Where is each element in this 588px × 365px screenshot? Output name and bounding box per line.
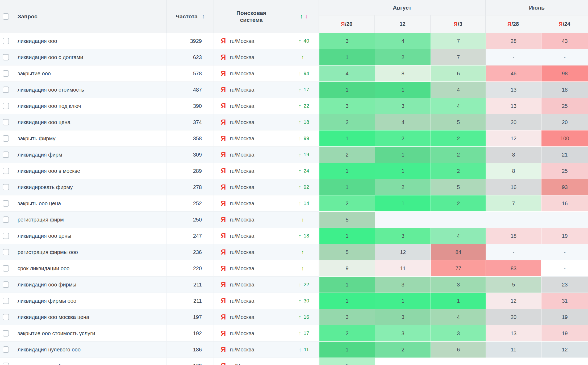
checkbox-cell [0, 342, 12, 358]
frequency-value: 211 [193, 282, 202, 288]
row-checkbox[interactable] [3, 281, 9, 288]
query-cell[interactable]: ликвидация фирм [12, 147, 167, 163]
search-engine-cell: Я ru/Москва [214, 163, 289, 179]
row-checkbox[interactable] [3, 265, 9, 272]
row-checkbox[interactable] [3, 135, 9, 142]
frequency-cell: 578 [167, 65, 214, 82]
change-cell: ↑ 22 [289, 98, 319, 114]
column-header-change[interactable]: ↑ ↓ [289, 0, 319, 33]
query-cell[interactable]: ликвидация ооо [12, 33, 167, 49]
position-cell: 98 [541, 65, 588, 82]
yandex-icon: Я [221, 135, 226, 142]
date-column-header[interactable]: Я/28 [486, 15, 541, 33]
engine-region-label: ru/Москва [230, 282, 254, 288]
row-checkbox[interactable] [3, 103, 9, 109]
query-cell[interactable]: ликвидация ооо под ключ [12, 98, 167, 114]
query-cell[interactable]: регистрация фирмы ооо [12, 244, 167, 260]
query-text: ликвидировать фирму [18, 184, 73, 190]
query-cell[interactable]: закрыть ооо цена [12, 195, 167, 212]
query-text: закрытие ооо стоимость услуги [18, 330, 95, 337]
frequency-value: 220 [193, 265, 202, 272]
frequency-cell: 309 [167, 147, 214, 163]
up-arrow-icon[interactable]: ↑ [300, 13, 303, 20]
column-header-search-engine[interactable]: Поисковая система [214, 0, 289, 33]
change-cell: ↑ 11 [289, 342, 319, 358]
position-cell: 3 [431, 325, 486, 342]
frequency-value: 3929 [190, 38, 202, 44]
change-cell: ↑ [289, 244, 319, 260]
frequency-cell: 250 [167, 212, 214, 228]
search-engine-cell: Я ru/Москва [214, 277, 289, 293]
change-cell: ↑ 40 [289, 33, 319, 49]
change-value: 16 [303, 314, 309, 320]
position-cell: 19 [541, 309, 588, 325]
checkbox-cell [0, 195, 12, 212]
row-checkbox[interactable] [3, 200, 9, 207]
row-checkbox[interactable] [3, 70, 9, 77]
search-engine-header-label: Поисковая система [227, 10, 275, 23]
position-cell: 12 [375, 244, 431, 260]
position-cell: 4 [375, 33, 431, 49]
row-checkbox[interactable] [3, 363, 9, 365]
row-checkbox[interactable] [3, 216, 9, 223]
query-cell[interactable]: ликвидация ооо с долгами [12, 49, 167, 65]
date-column-header[interactable]: Я/3 [431, 15, 486, 33]
date-column-header[interactable]: 12 [375, 15, 431, 33]
row-checkbox[interactable] [3, 87, 9, 93]
row-checkbox[interactable] [3, 314, 9, 320]
query-cell[interactable]: ликвидация ооо москва цена [12, 309, 167, 325]
column-header-frequency[interactable]: Частота ↑ [167, 0, 214, 33]
down-arrow-icon[interactable]: ↓ [305, 13, 308, 20]
row-checkbox[interactable] [3, 346, 9, 353]
row-checkbox[interactable] [3, 330, 9, 337]
column-header-query[interactable]: Запрос [12, 0, 167, 33]
frequency-value: 162 [193, 363, 202, 365]
change-up-arrow-icon: ↑ [298, 38, 301, 44]
query-cell[interactable]: ликвидация ооо бесплатно [12, 358, 167, 365]
change-up-arrow-icon: ↑ [298, 314, 301, 320]
search-engine-cell: Я ru/Москва [214, 33, 289, 49]
row-checkbox[interactable] [3, 249, 9, 255]
query-cell[interactable]: ликвидация ооо фирмы [12, 277, 167, 293]
query-cell[interactable]: ликвидация нулевого ооо [12, 342, 167, 358]
query-cell[interactable]: ликвидация ооо цена [12, 114, 167, 130]
row-checkbox[interactable] [3, 151, 9, 158]
search-engine-cell: Я ru/Москва [214, 98, 289, 114]
change-cell: ↑ [289, 212, 319, 228]
row-checkbox[interactable] [3, 298, 9, 304]
query-cell[interactable]: регистрация фирм [12, 212, 167, 228]
engine-region-label: ru/Москва [230, 168, 254, 174]
query-cell[interactable]: ликвидировать фирму [12, 179, 167, 195]
row-checkbox[interactable] [3, 233, 9, 239]
select-all-checkbox[interactable] [3, 13, 9, 20]
query-cell[interactable]: ликвидация ооо стоимость [12, 82, 167, 98]
query-cell[interactable]: закрыть фирму [12, 130, 167, 147]
query-cell[interactable]: закрытие ооо [12, 65, 167, 82]
search-engine-cell: Я ru/Москва [214, 293, 289, 309]
position-cell: - [541, 244, 588, 260]
position-cell: 3 [375, 228, 431, 244]
search-engine-cell: Я ru/Москва [214, 212, 289, 228]
frequency-value: 309 [193, 152, 202, 158]
table-row: закрыть ооо цена 252 Я ru/Москва ↑ 14 21… [0, 195, 588, 212]
change-cell: ↑ 99 [289, 130, 319, 147]
sort-ascending-icon[interactable]: ↑ [202, 13, 205, 20]
row-checkbox[interactable] [3, 38, 9, 44]
date-column-header[interactable]: Я/20 [319, 15, 375, 33]
query-cell[interactable]: ликвидация ооо цены [12, 228, 167, 244]
position-cell: 31 [541, 293, 588, 309]
query-cell[interactable]: срок ликвидации ооо [12, 260, 167, 277]
change-value: 18 [303, 233, 309, 239]
position-cell: 28 [486, 33, 541, 49]
query-cell[interactable]: ликвидация фирмы ооо [12, 293, 167, 309]
query-cell[interactable]: ликвидация ооо в москве [12, 163, 167, 179]
change-up-arrow-icon: ↑ [298, 298, 301, 304]
change-up-arrow-icon: ↑ [298, 233, 301, 239]
query-cell[interactable]: закрытие ооо стоимость услуги [12, 325, 167, 342]
row-checkbox[interactable] [3, 168, 9, 174]
row-checkbox[interactable] [3, 54, 9, 60]
yandex-icon: Я [221, 151, 226, 158]
row-checkbox[interactable] [3, 184, 9, 190]
date-column-header[interactable]: Я/24 [541, 15, 588, 33]
row-checkbox[interactable] [3, 119, 9, 125]
